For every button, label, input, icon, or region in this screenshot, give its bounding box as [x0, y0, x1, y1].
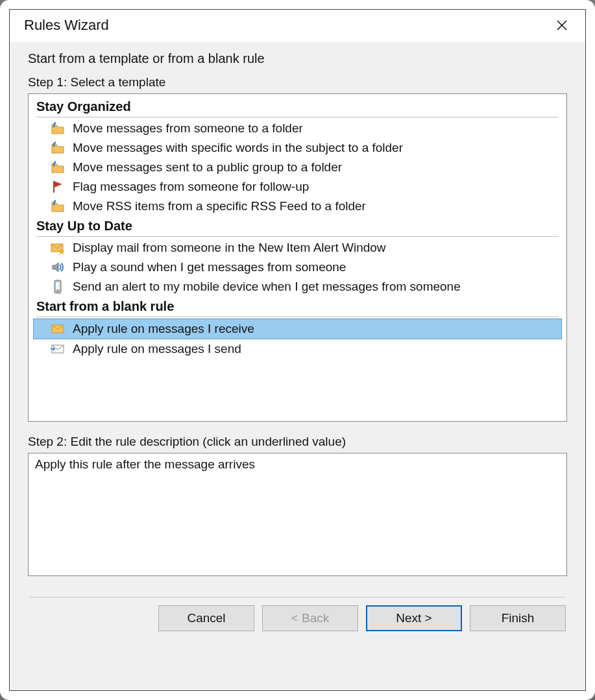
- mail-out-icon: [49, 341, 66, 357]
- dialog-body: Start from a template or from a blank ru…: [10, 42, 585, 690]
- template-item-label: Move messages with specific words in the…: [73, 141, 403, 155]
- template-item-label: Apply rule on messages I send: [73, 342, 241, 356]
- template-item-label: Flag messages from someone for follow-up: [73, 180, 309, 194]
- folder-move-icon: [49, 139, 66, 156]
- template-item-label: Display mail from someone in the New Ite…: [73, 241, 386, 255]
- template-item-label: Play a sound when I get messages from so…: [73, 260, 346, 274]
- template-item[interactable]: Move messages with specific words in the…: [34, 138, 561, 158]
- mobile-icon: [49, 278, 66, 295]
- template-item[interactable]: Play a sound when I get messages from so…: [34, 258, 561, 277]
- template-item-label: Move messages sent to a public group to …: [73, 160, 342, 175]
- folder-move-icon: [49, 198, 66, 215]
- step2-label: Step 2: Edit the rule description (click…: [28, 435, 567, 449]
- template-group-header: Stay Organized: [36, 98, 559, 117]
- template-list[interactable]: Stay OrganizedMove messages from someone…: [28, 93, 567, 422]
- back-button[interactable]: < Back: [262, 605, 358, 631]
- template-item-label: Send an alert to my mobile device when I…: [73, 280, 461, 294]
- flag-icon: [49, 178, 66, 195]
- template-item-label: Move messages from someone to a folder: [73, 121, 303, 136]
- next-button[interactable]: Next >: [366, 605, 462, 631]
- close-icon: [555, 19, 568, 32]
- dialog-heading: Start from a template or from a blank ru…: [28, 51, 567, 66]
- speaker-icon: [49, 259, 66, 276]
- folder-move-icon: [49, 120, 66, 137]
- svg-rect-4: [56, 282, 60, 289]
- template-item[interactable]: Send an alert to my mobile device when I…: [34, 277, 561, 296]
- window-title: Rules Wizard: [24, 17, 109, 34]
- dialog-footer: Cancel < Back Next > Finish: [28, 605, 567, 635]
- folder-move-icon: [49, 159, 66, 176]
- template-item-label: Apply rule on messages I receive: [73, 322, 254, 336]
- rule-description-text: Apply this rule after the message arrive…: [35, 457, 255, 471]
- template-item[interactable]: Flag messages from someone for follow-up: [34, 177, 561, 197]
- template-item[interactable]: Move messages sent to a public group to …: [34, 158, 561, 177]
- svg-point-5: [57, 291, 58, 292]
- mail-star-icon: [49, 239, 66, 256]
- rules-wizard-dialog: Rules Wizard Start from a template or fr…: [9, 9, 586, 691]
- template-group-header: Stay Up to Date: [36, 217, 559, 237]
- mail-in-icon: [49, 320, 66, 337]
- titlebar: Rules Wizard: [10, 10, 585, 42]
- finish-button[interactable]: Finish: [470, 605, 566, 631]
- rule-description-box[interactable]: Apply this rule after the message arrive…: [28, 453, 567, 576]
- template-item[interactable]: Apply rule on messages I send: [34, 339, 561, 359]
- step1-label: Step 1: Select a template: [28, 75, 567, 90]
- separator: [29, 597, 566, 597]
- template-item[interactable]: Move RSS items from a specific RSS Feed …: [34, 197, 561, 216]
- template-item[interactable]: Display mail from someone in the New Ite…: [34, 238, 561, 258]
- template-item[interactable]: Move messages from someone to a folder: [34, 119, 561, 138]
- template-group-header: Start from a blank rule: [36, 298, 559, 317]
- close-button[interactable]: [549, 15, 575, 36]
- cancel-button[interactable]: Cancel: [158, 605, 254, 631]
- template-item[interactable]: Apply rule on messages I receive: [33, 319, 562, 339]
- template-item-label: Move RSS items from a specific RSS Feed …: [73, 199, 366, 213]
